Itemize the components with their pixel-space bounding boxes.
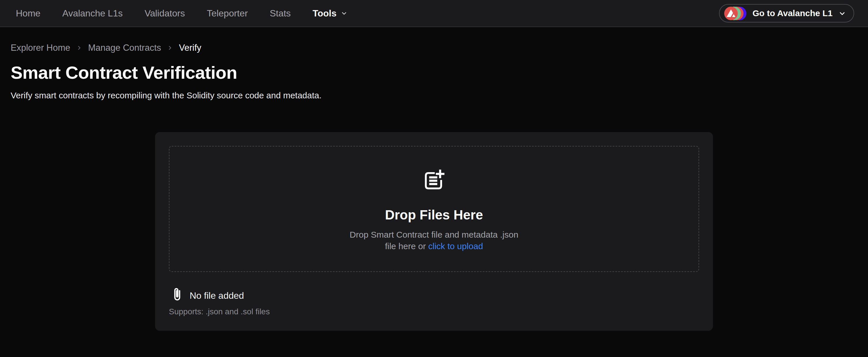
file-status-text: No file added (190, 290, 244, 301)
chevron-right-icon (76, 45, 83, 51)
supported-formats-text: Supports: .json and .sol files (169, 307, 699, 316)
dropzone-description-line1: Drop Smart Contract file and metadata .j… (349, 230, 518, 239)
note-add-icon (423, 169, 445, 192)
go-to-avalanche-l1-button[interactable]: Go to Avalanche L1 (719, 4, 854, 23)
file-dropzone[interactable]: Drop Files Here Drop Smart Contract file… (169, 146, 699, 272)
nav-item-avalanche-l1s[interactable]: Avalanche L1s (62, 8, 122, 19)
top-nav: Home Avalanche L1s Validators Teleporter… (0, 0, 868, 27)
page-content: Explorer Home Manage Contracts Verify Sm… (0, 43, 868, 331)
nav-item-home[interactable]: Home (16, 8, 40, 19)
click-to-upload-link[interactable]: click to upload (428, 241, 483, 251)
nav-item-validators[interactable]: Validators (145, 8, 185, 19)
page-subtitle: Verify smart contracts by recompiling wi… (11, 91, 857, 100)
file-status-row: No file added (173, 288, 699, 303)
breadcrumb-current: Verify (179, 43, 202, 53)
nav-item-tools[interactable]: Tools (313, 8, 347, 19)
verification-card: Drop Files Here Drop Smart Contract file… (155, 132, 713, 331)
chain-logo-stack (724, 7, 747, 20)
cta-label: Go to Avalanche L1 (752, 8, 833, 18)
breadcrumb-link-manage-contracts[interactable]: Manage Contracts (88, 43, 161, 53)
dropzone-description-line2: file here or (385, 241, 428, 251)
chevron-right-icon (167, 45, 173, 51)
breadcrumb-link-explorer-home[interactable]: Explorer Home (11, 43, 70, 53)
nav-links: Home Avalanche L1s Validators Teleporter… (16, 8, 347, 19)
nav-item-tools-label: Tools (313, 8, 337, 19)
dropzone-description: Drop Smart Contract file and metadata .j… (349, 229, 518, 252)
avalanche-logo-icon (724, 7, 738, 20)
breadcrumb: Explorer Home Manage Contracts Verify (11, 43, 857, 53)
nav-item-teleporter[interactable]: Teleporter (207, 8, 248, 19)
page-title: Smart Contract Verification (11, 62, 857, 83)
nav-item-stats[interactable]: Stats (270, 8, 291, 19)
chevron-down-icon (341, 10, 347, 17)
chevron-down-icon (838, 9, 846, 17)
dropzone-heading: Drop Files Here (385, 207, 483, 222)
paperclip-icon (173, 288, 181, 303)
